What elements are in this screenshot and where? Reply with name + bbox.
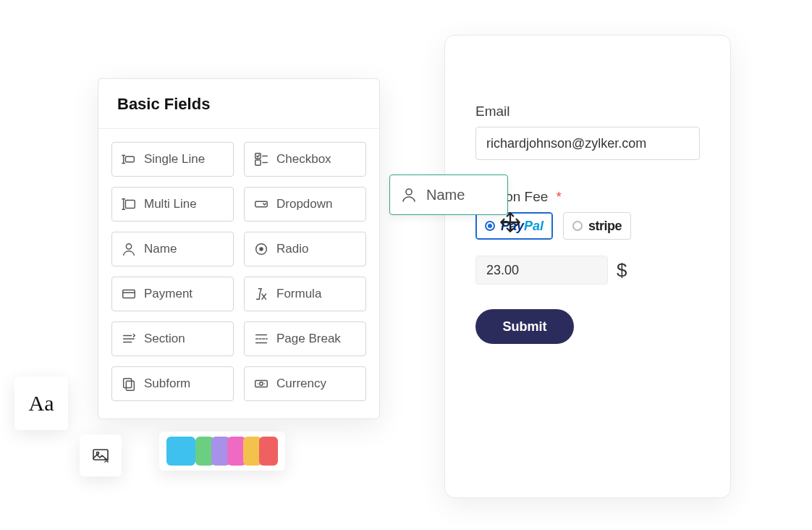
field-multi-line[interactable]: Multi Line xyxy=(111,187,234,222)
svg-point-5 xyxy=(126,244,131,249)
dropdown-icon xyxy=(253,196,269,212)
field-label: Formula xyxy=(276,287,321,301)
move-cursor-icon xyxy=(498,210,523,235)
field-subform[interactable]: Subform xyxy=(111,366,234,401)
field-label: Single Line xyxy=(144,152,205,167)
required-asterisk: * xyxy=(557,189,562,204)
basic-fields-title: Basic Fields xyxy=(98,79,379,129)
field-label: Dropdown xyxy=(276,197,333,211)
color-swatch[interactable] xyxy=(166,437,195,466)
submit-button[interactable]: Submit xyxy=(475,309,574,344)
svg-rect-8 xyxy=(123,290,135,298)
svg-point-15 xyxy=(406,189,412,195)
field-label: Currency xyxy=(276,377,326,391)
amount-row: $ xyxy=(475,256,700,285)
svg-rect-3 xyxy=(125,201,135,209)
basic-fields-panel: Basic Fields Single Line Checkbox Mul xyxy=(98,78,380,419)
radio-icon xyxy=(253,241,269,257)
currency-symbol: $ xyxy=(617,259,627,282)
svg-rect-0 xyxy=(125,156,134,161)
svg-rect-11 xyxy=(255,380,268,387)
person-icon xyxy=(121,241,137,257)
field-payment[interactable]: Payment xyxy=(111,277,234,311)
field-label: Name xyxy=(144,242,177,256)
svg-point-7 xyxy=(259,247,263,251)
fields-grid: Single Line Checkbox Multi Line Dro xyxy=(98,129,379,418)
svg-point-12 xyxy=(260,382,263,386)
field-name[interactable]: Name xyxy=(111,232,234,266)
form-preview-panel: Email stration Fee * PayPal stripe $ Sub… xyxy=(444,35,731,498)
field-single-line[interactable]: Single Line xyxy=(111,142,234,177)
field-label: Section xyxy=(144,332,185,346)
currency-icon xyxy=(253,376,269,392)
subform-icon xyxy=(121,376,137,392)
email-field[interactable] xyxy=(475,127,700,160)
field-label: Radio xyxy=(276,242,308,256)
field-label: Checkbox xyxy=(276,152,331,167)
checkbox-icon xyxy=(253,151,269,167)
stripe-logo: stripe xyxy=(588,219,622,234)
field-currency[interactable]: Currency xyxy=(244,366,366,401)
text-style-label: Aa xyxy=(29,391,54,416)
amount-field[interactable] xyxy=(475,256,608,285)
color-swatch[interactable] xyxy=(259,437,278,466)
dragging-field-label: Name xyxy=(426,187,465,203)
stripe-option[interactable]: stripe xyxy=(563,212,631,240)
field-section[interactable]: Section xyxy=(111,321,234,356)
field-radio[interactable]: Radio xyxy=(244,232,366,266)
page-break-icon xyxy=(253,331,269,347)
svg-point-14 xyxy=(264,383,265,384)
svg-point-13 xyxy=(258,383,258,384)
person-icon xyxy=(400,186,418,203)
fee-label: stration Fee * xyxy=(475,189,700,205)
email-label: Email xyxy=(475,104,700,119)
radio-on-icon xyxy=(485,221,495,231)
field-checkbox[interactable]: Checkbox xyxy=(244,142,366,177)
field-formula[interactable]: Formula xyxy=(244,277,366,311)
radio-off-icon xyxy=(572,221,583,231)
svg-rect-9 xyxy=(124,379,132,388)
color-palette xyxy=(159,432,285,471)
formula-icon xyxy=(253,286,269,302)
svg-rect-2 xyxy=(255,160,261,165)
image-upload-button[interactable] xyxy=(80,434,122,476)
payment-icon xyxy=(121,286,137,302)
dragging-field-name[interactable]: Name xyxy=(389,174,508,215)
image-icon xyxy=(90,447,111,464)
field-page-break[interactable]: Page Break xyxy=(244,321,366,356)
field-dropdown[interactable]: Dropdown xyxy=(244,187,366,222)
field-label: Payment xyxy=(144,287,193,301)
field-label: Subform xyxy=(144,377,190,391)
svg-rect-10 xyxy=(126,381,134,390)
section-icon xyxy=(121,331,137,347)
text-style-button[interactable]: Aa xyxy=(14,377,68,430)
field-label: Page Break xyxy=(276,332,341,346)
svg-point-17 xyxy=(96,452,98,454)
field-label: Multi Line xyxy=(144,197,197,211)
single-line-icon xyxy=(121,151,137,167)
multi-line-icon xyxy=(121,196,137,212)
